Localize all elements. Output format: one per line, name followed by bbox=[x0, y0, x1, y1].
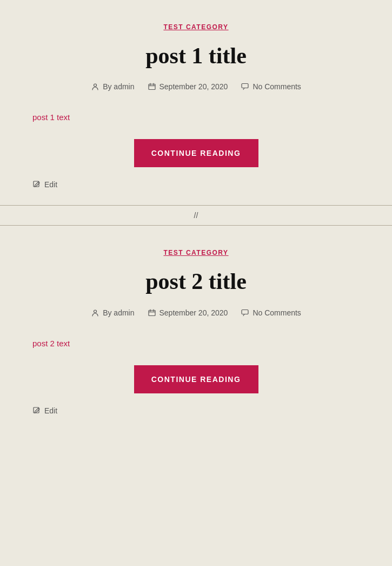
post-2-comments-meta: No Comments bbox=[241, 308, 301, 317]
post-2-excerpt: post 2 text bbox=[32, 339, 360, 348]
svg-rect-1 bbox=[149, 84, 155, 90]
post-1-edit: Edit bbox=[32, 180, 360, 189]
post-1-edit-link[interactable]: Edit bbox=[44, 180, 57, 189]
separator-line-right bbox=[204, 215, 392, 216]
person-icon bbox=[91, 82, 99, 91]
svg-rect-5 bbox=[242, 84, 248, 88]
post-2-category: TEST CATEGORY bbox=[32, 247, 360, 257]
post-2-title: post 2 title bbox=[32, 268, 360, 295]
pencil-icon-2 bbox=[32, 406, 41, 415]
comment-icon-2 bbox=[241, 308, 249, 317]
post-1-category: TEST CATEGORY bbox=[32, 22, 360, 31]
post-2-date: September 20, 2020 bbox=[160, 308, 228, 317]
svg-point-7 bbox=[94, 310, 97, 313]
post-1-comments-meta: No Comments bbox=[241, 82, 301, 91]
post-2-continue-reading-button[interactable]: CONTINUE READING bbox=[134, 365, 258, 393]
post-1-author: By admin bbox=[103, 82, 134, 91]
post-1-date-meta: September 20, 2020 bbox=[148, 82, 228, 91]
post-2-edit-link[interactable]: Edit bbox=[44, 406, 57, 415]
post-1-continue-reading-button[interactable]: CONTINUE READING bbox=[134, 139, 258, 167]
post-1-comments: No Comments bbox=[253, 82, 301, 91]
separator-line-left bbox=[0, 215, 188, 216]
post-1-title: post 1 title bbox=[32, 42, 360, 69]
post-2-comments: No Comments bbox=[253, 308, 301, 317]
svg-point-0 bbox=[94, 84, 97, 87]
post-2-author: By admin bbox=[103, 308, 134, 317]
posts-container: TEST CATEGORY post 1 title By admin bbox=[0, 0, 392, 431]
post-2-date-meta: September 20, 2020 bbox=[148, 308, 228, 317]
separator-text: // bbox=[188, 211, 205, 220]
person-icon-2 bbox=[91, 308, 99, 317]
post-article-1: TEST CATEGORY post 1 title By admin bbox=[0, 0, 392, 205]
comment-icon bbox=[241, 82, 249, 91]
post-article-2: TEST CATEGORY post 2 title By admin bbox=[0, 226, 392, 431]
post-1-meta: By admin September 20, 2020 bbox=[32, 82, 360, 91]
svg-rect-8 bbox=[149, 310, 155, 315]
post-1-author-meta: By admin bbox=[91, 82, 134, 91]
posts-separator: // bbox=[0, 205, 392, 226]
post-2-author-meta: By admin bbox=[91, 308, 134, 317]
pencil-icon bbox=[32, 180, 41, 189]
calendar-icon bbox=[148, 82, 156, 91]
post-2-edit: Edit bbox=[32, 406, 360, 415]
post-1-category-link[interactable]: TEST CATEGORY bbox=[163, 23, 228, 31]
svg-rect-12 bbox=[242, 310, 248, 314]
post-1-excerpt: post 1 text bbox=[32, 113, 360, 122]
post-2-category-link[interactable]: TEST CATEGORY bbox=[163, 249, 228, 256]
post-1-date: September 20, 2020 bbox=[160, 82, 228, 91]
calendar-icon-2 bbox=[148, 308, 156, 317]
post-2-meta: By admin September 20, 2020 bbox=[32, 308, 360, 317]
